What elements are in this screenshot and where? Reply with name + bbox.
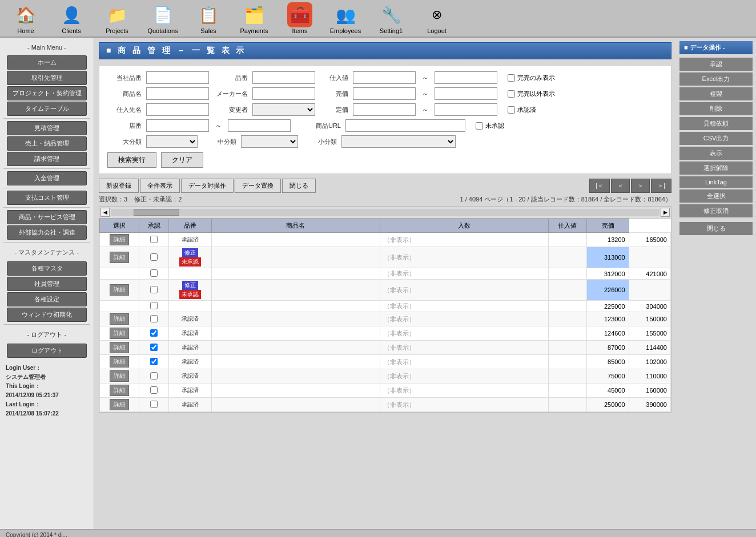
copy-button[interactable]: 複製	[679, 87, 753, 100]
sidebar-item-clients[interactable]: 取引先管理	[7, 71, 87, 85]
nav-setting1[interactable]: 🔧 Setting1	[371, 2, 411, 34]
nav-first-button[interactable]: |＜	[589, 179, 610, 193]
detail-button[interactable]: 詳細	[110, 328, 129, 339]
approved-checkbox[interactable]	[508, 106, 515, 114]
row-checkbox[interactable]	[150, 236, 158, 243]
excel-export-button[interactable]: Excel出力	[679, 72, 753, 86]
nav-home[interactable]: 🏠 Home	[6, 2, 46, 34]
row-checkbox[interactable]	[150, 401, 158, 408]
scroll-left-btn[interactable]: ◀	[100, 208, 110, 217]
nav-projects[interactable]: 📁 Projects	[97, 2, 137, 34]
purchase-from-input[interactable]	[146, 103, 209, 116]
detail-button[interactable]: 詳細	[110, 252, 129, 263]
row-checkbox[interactable]	[150, 269, 158, 277]
sidebar-item-masters[interactable]: 各種マスタ	[7, 261, 87, 276]
standard-price-to-input[interactable]	[435, 103, 497, 116]
row-checkbox[interactable]	[150, 358, 158, 365]
not-approved-checkbox[interactable]	[476, 122, 483, 130]
small-category-select[interactable]	[341, 135, 456, 148]
large-category-select[interactable]	[146, 135, 198, 148]
sidebar-item-partners[interactable]: 外部協力会社・調達	[7, 225, 87, 240]
sidebar-logout-btn[interactable]: ログアウト	[7, 344, 87, 358]
data-replace-button[interactable]: データ置換	[235, 179, 281, 193]
table-cell-checkbox[interactable]	[139, 233, 169, 247]
middle-category-select[interactable]	[241, 135, 298, 148]
data-operations-button[interactable]: データ対操作	[181, 179, 234, 193]
sidebar-item-estimates[interactable]: 見積管理	[7, 121, 87, 135]
table-scroll-container[interactable]: 選択 承認 品番 商品名 入数 仕入値 売価 詳細承認済（非表示）1320016…	[99, 219, 671, 412]
purchase-price-from-input[interactable]	[353, 71, 416, 84]
select-all-button[interactable]: 全選択	[679, 189, 753, 203]
sidebar-item-items[interactable]: 商品・サービス管理	[7, 210, 87, 224]
table-cell-checkbox[interactable]	[139, 383, 169, 398]
detail-button[interactable]: 詳細	[110, 313, 129, 325]
delete-button[interactable]: 削除	[679, 102, 753, 115]
sidebar-item-invoices[interactable]: 請求管理	[7, 152, 87, 166]
sidebar-item-payments[interactable]: 入金管理	[7, 171, 87, 185]
row-checkbox[interactable]	[150, 372, 158, 379]
row-checkbox[interactable]	[150, 302, 158, 309]
sidebar-item-costs[interactable]: 支払コスト管理	[7, 191, 87, 205]
except-sold-out-checkbox[interactable]	[508, 90, 515, 98]
sold-out-only-checkbox[interactable]	[508, 74, 515, 82]
store-num-to-input[interactable]	[228, 119, 291, 132]
scroll-right-btn[interactable]: ▶	[661, 208, 670, 217]
table-cell-checkbox[interactable]	[139, 341, 169, 355]
sale-price-to-input[interactable]	[435, 87, 497, 100]
right-panel-close-button[interactable]: 閉じる	[679, 222, 753, 235]
nav-payments[interactable]: 🗂️ Payments	[234, 2, 274, 34]
detail-button[interactable]: 詳細	[110, 284, 129, 296]
product-num-input[interactable]	[252, 71, 315, 84]
sidebar-item-home[interactable]: ホーム	[7, 55, 87, 70]
detail-button[interactable]: 詳細	[110, 342, 129, 353]
maker-name-input[interactable]	[252, 87, 315, 100]
purchase-price-to-input[interactable]	[435, 71, 497, 84]
row-checkbox[interactable]	[150, 344, 158, 351]
nav-logout[interactable]: ⊗ Logout	[417, 2, 457, 34]
table-cell-checkbox[interactable]	[139, 369, 169, 383]
detail-button[interactable]: 詳細	[110, 385, 129, 396]
nav-clients[interactable]: 👤 Clients	[51, 2, 91, 34]
clear-button[interactable]: クリア	[161, 152, 203, 168]
row-checkbox[interactable]	[150, 329, 158, 337]
sidebar-item-sales[interactable]: 売上・納品管理	[7, 136, 87, 151]
table-cell-checkbox[interactable]	[139, 280, 169, 301]
standard-price-from-input[interactable]	[353, 103, 416, 116]
linktag-button[interactable]: LinkTag	[679, 176, 753, 188]
nav-last-button[interactable]: ＞|	[651, 179, 671, 193]
detail-button[interactable]: 詳細	[110, 234, 129, 245]
csv-export-button[interactable]: CSV出力	[679, 132, 753, 145]
sidebar-item-timetable[interactable]: タイムテーブル	[7, 102, 87, 116]
nav-items[interactable]: 🧰 Items	[280, 2, 320, 34]
detail-button[interactable]: 詳細	[110, 356, 129, 368]
nav-quotations[interactable]: 📄 Quotations	[143, 2, 183, 34]
sidebar-item-settings[interactable]: 各種設定	[7, 292, 87, 306]
product-url-input[interactable]	[345, 119, 465, 132]
our-product-num-input[interactable]	[146, 71, 209, 84]
deselect-button[interactable]: 選択解除	[679, 161, 753, 175]
sale-price-from-input[interactable]	[353, 87, 416, 100]
row-checkbox[interactable]	[150, 286, 158, 293]
table-cell-checkbox[interactable]	[139, 312, 169, 326]
row-checkbox[interactable]	[150, 386, 158, 394]
table-cell-checkbox[interactable]	[139, 326, 169, 341]
table-cell-checkbox[interactable]	[139, 398, 169, 412]
nav-next-button[interactable]: ＞	[631, 179, 650, 193]
all-display-button[interactable]: 全件表示	[140, 179, 180, 193]
h-scrollbar-thumb[interactable]	[134, 209, 179, 216]
nav-sales[interactable]: 📋 Sales	[188, 2, 228, 34]
table-cell-checkbox[interactable]	[139, 268, 169, 280]
changed-by-select[interactable]	[252, 103, 315, 116]
store-num-from-input[interactable]	[146, 119, 209, 132]
cancel-modify-button[interactable]: 修正取消	[679, 204, 753, 217]
sidebar-item-projects[interactable]: プロジェクト・契約管理	[7, 86, 87, 100]
estimate-button[interactable]: 見積依頼	[679, 117, 753, 130]
product-name-input[interactable]	[146, 87, 209, 100]
table-cell-checkbox[interactable]	[139, 247, 169, 268]
display-button[interactable]: 表示	[679, 147, 753, 160]
new-register-button[interactable]: 新規登録	[99, 179, 139, 193]
sidebar-item-employees[interactable]: 社員管理	[7, 277, 87, 291]
search-execute-button[interactable]: 検索実行	[107, 152, 156, 168]
table-cell-checkbox[interactable]	[139, 355, 169, 369]
approve-button[interactable]: 承認	[679, 58, 753, 71]
